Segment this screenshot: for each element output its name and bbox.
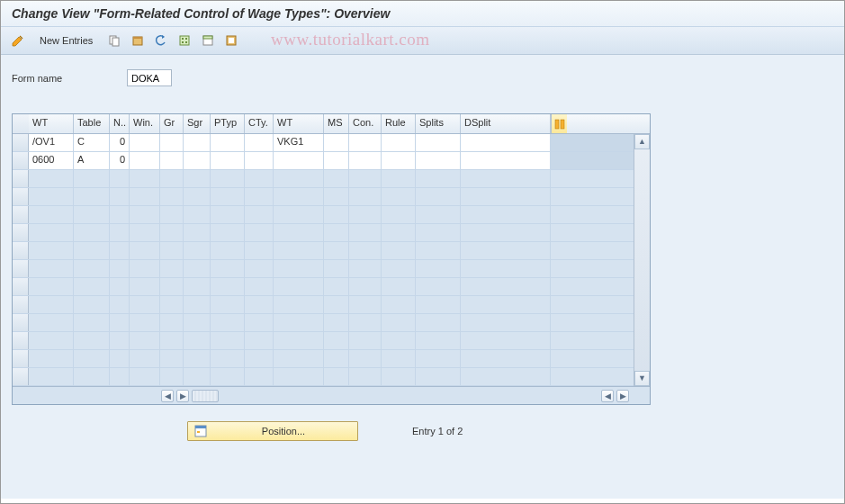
deselect-all-button[interactable] xyxy=(198,31,218,50)
col-con[interactable]: Con. xyxy=(349,114,382,133)
position-button[interactable]: Position... xyxy=(187,421,358,441)
cell-wt1 xyxy=(29,350,74,367)
col-table[interactable]: Table xyxy=(74,114,110,133)
cell-win[interactable] xyxy=(130,134,160,151)
delete-button[interactable] xyxy=(128,31,148,50)
cell-sgr[interactable] xyxy=(184,152,211,169)
scroll-down-button[interactable]: ▼ xyxy=(634,371,650,386)
cell-cty[interactable] xyxy=(245,134,274,151)
cell-table[interactable]: A xyxy=(74,152,110,169)
cell-sgr[interactable] xyxy=(184,134,211,151)
cell-wt2[interactable] xyxy=(274,152,324,169)
col-cty[interactable]: CTy. xyxy=(245,114,274,133)
cell-cty[interactable] xyxy=(245,152,274,169)
col-ptyp[interactable]: PTyp xyxy=(211,114,245,133)
cell-ms[interactable] xyxy=(324,152,349,169)
table-row[interactable] xyxy=(13,314,650,332)
cell-gr[interactable] xyxy=(160,134,184,151)
table-row[interactable]: 0600A0 xyxy=(13,152,650,170)
row-selector-header[interactable] xyxy=(13,114,29,133)
row-selector[interactable] xyxy=(13,152,29,169)
col-win[interactable]: Win. xyxy=(130,114,160,133)
col-dsplit[interactable]: DSplit xyxy=(461,114,551,133)
col-splits[interactable]: Splits xyxy=(416,114,461,133)
row-selector[interactable] xyxy=(13,314,29,331)
horizontal-scrollbar: ◀ ▶ ◀ ▶ xyxy=(13,386,650,404)
configure-columns-button[interactable] xyxy=(551,114,567,133)
table-row[interactable] xyxy=(13,296,650,314)
table-row[interactable]: /OV1C0VKG1 xyxy=(13,134,650,152)
scroll-right-button[interactable]: ▶ xyxy=(176,390,189,402)
row-selector[interactable] xyxy=(13,134,29,151)
cell-win[interactable] xyxy=(130,152,160,169)
cell-ms[interactable] xyxy=(324,134,349,151)
table-row[interactable] xyxy=(13,368,650,386)
table-row[interactable] xyxy=(13,206,650,224)
undo-button[interactable] xyxy=(151,31,171,50)
cell-wt2[interactable]: VKG1 xyxy=(274,134,324,151)
form-name-input[interactable] xyxy=(127,69,172,86)
row-selector[interactable] xyxy=(13,170,29,187)
cell-table xyxy=(74,350,110,367)
row-selector[interactable] xyxy=(13,278,29,295)
cell-ptyp xyxy=(211,242,245,259)
cell-con[interactable] xyxy=(349,134,382,151)
row-selector[interactable] xyxy=(13,242,29,259)
cell-n[interactable]: 0 xyxy=(110,152,130,169)
row-selector[interactable] xyxy=(13,260,29,277)
table-row[interactable] xyxy=(13,242,650,260)
col-wt2[interactable]: WT xyxy=(274,114,324,133)
copy-button[interactable] xyxy=(104,31,124,50)
scroll-right-button-2[interactable]: ▶ xyxy=(616,390,629,402)
col-gr[interactable]: Gr xyxy=(160,114,184,133)
cell-gr[interactable] xyxy=(160,152,184,169)
print-button[interactable] xyxy=(221,31,241,50)
cell-n[interactable]: 0 xyxy=(110,134,130,151)
table-row[interactable] xyxy=(13,350,650,368)
row-selector[interactable] xyxy=(13,350,29,367)
cell-ptyp[interactable] xyxy=(211,152,245,169)
cell-con xyxy=(349,260,382,277)
cell-dsplit[interactable] xyxy=(461,152,551,169)
cell-cty xyxy=(245,278,274,295)
hscroll-track-left[interactable] xyxy=(192,390,219,402)
table-row[interactable] xyxy=(13,170,650,188)
cell-n xyxy=(110,314,130,331)
table-row[interactable] xyxy=(13,260,650,278)
col-ms[interactable]: MS xyxy=(324,114,349,133)
select-all-button[interactable] xyxy=(175,31,194,50)
table-row[interactable] xyxy=(13,332,650,350)
cell-rule[interactable] xyxy=(382,134,416,151)
cell-splits[interactable] xyxy=(416,134,461,151)
row-selector[interactable] xyxy=(13,332,29,349)
cell-win xyxy=(130,170,160,187)
cell-con[interactable] xyxy=(349,152,382,169)
table-row[interactable] xyxy=(13,278,650,296)
cell-wt1[interactable]: /OV1 xyxy=(29,134,74,151)
table-row[interactable] xyxy=(13,188,650,206)
cell-rule xyxy=(382,368,416,385)
col-rule[interactable]: Rule xyxy=(382,114,416,133)
cell-ptyp[interactable] xyxy=(211,134,245,151)
scroll-up-button[interactable]: ▲ xyxy=(634,134,650,149)
new-entries-button[interactable]: New Entries xyxy=(31,31,101,50)
cell-table[interactable]: C xyxy=(74,134,110,151)
table-row[interactable] xyxy=(13,224,650,242)
row-selector[interactable] xyxy=(13,224,29,241)
cell-win xyxy=(130,224,160,241)
row-selector[interactable] xyxy=(13,206,29,223)
cell-wt1[interactable]: 0600 xyxy=(29,152,74,169)
row-selector[interactable] xyxy=(13,188,29,205)
scroll-left-button-2[interactable]: ◀ xyxy=(601,390,614,402)
vertical-scrollbar[interactable]: ▲ ▼ xyxy=(634,134,650,386)
row-selector[interactable] xyxy=(13,368,29,385)
col-wt[interactable]: WT xyxy=(29,114,74,133)
cell-rule[interactable] xyxy=(382,152,416,169)
toggle-display-change-button[interactable] xyxy=(8,31,28,50)
scroll-left-button[interactable]: ◀ xyxy=(161,390,174,402)
row-selector[interactable] xyxy=(13,296,29,313)
cell-dsplit[interactable] xyxy=(461,134,551,151)
col-sgr[interactable]: Sgr xyxy=(184,114,211,133)
cell-splits[interactable] xyxy=(416,152,461,169)
col-n[interactable]: N.. xyxy=(110,114,130,133)
